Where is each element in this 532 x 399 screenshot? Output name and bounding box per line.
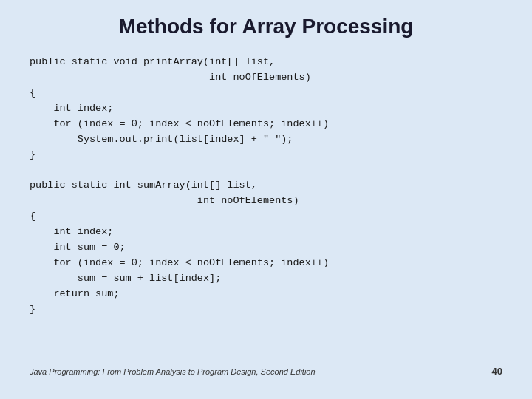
code-line-11: { <box>30 209 502 225</box>
code-line-2: int noOfElements) <box>30 70 502 86</box>
footer-left: Java Programming: From Problem Analysis … <box>30 367 316 376</box>
code-line-5: for (index = 0; index < noOfElements; in… <box>30 117 502 132</box>
code-line-16: return sum; <box>30 287 502 302</box>
code-line-9: public static int sumArray(int[] list, <box>30 178 502 194</box>
code-line-6: System.out.print(list[index] + " "); <box>30 132 502 148</box>
slide-title: Methods for Array Processing <box>30 15 502 38</box>
slide: Methods for Array Processing public stat… <box>0 0 532 399</box>
code-line-10: int noOfElements) <box>30 194 502 209</box>
footer-page-number: 40 <box>492 366 502 377</box>
code-line-1: public static void printArray(int[] list… <box>30 55 502 70</box>
code-block: public static void printArray(int[] list… <box>30 55 502 353</box>
footer: Java Programming: From Problem Analysis … <box>30 361 502 377</box>
code-line-4: int index; <box>30 101 502 117</box>
code-line-14: for (index = 0; index < noOfElements; in… <box>30 256 502 271</box>
code-line-7: } <box>30 148 502 163</box>
code-line-8 <box>30 163 502 178</box>
code-line-13: int sum = 0; <box>30 240 502 256</box>
code-line-3: { <box>30 86 502 101</box>
code-line-17: } <box>30 302 502 318</box>
code-line-12: int index; <box>30 225 502 240</box>
code-line-15: sum = sum + list[index]; <box>30 271 502 287</box>
